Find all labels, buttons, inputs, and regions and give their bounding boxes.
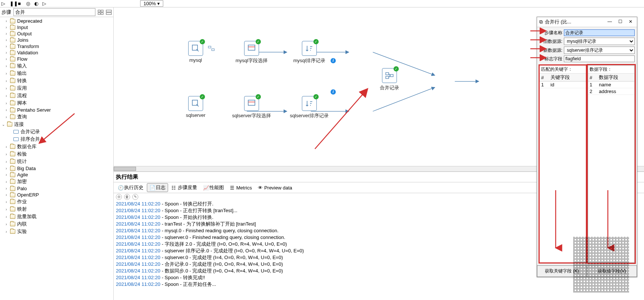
tab-metrics2[interactable]: ☰Metrics	[227, 183, 255, 192]
tree-item[interactable]: ›Agile	[0, 172, 113, 178]
folder-icon	[10, 25, 15, 30]
tree-item[interactable]: ›Pentaho Server	[0, 107, 113, 113]
folder-icon	[10, 64, 15, 68]
tree-item[interactable]: ›Input	[0, 24, 113, 31]
data-fields-table[interactable]: 数据字段： #数据字段 1name 2address	[588, 65, 635, 263]
tree-item[interactable]: ⌄连接	[0, 121, 113, 128]
tree-item[interactable]: ›流程	[0, 92, 113, 99]
log-settings-icon[interactable]: ✎	[132, 194, 138, 200]
tree-item[interactable]: ›Joins	[0, 37, 113, 43]
search-input[interactable]	[13, 8, 95, 16]
minimize-button[interactable]: —	[606, 19, 614, 25]
node-mysql-sort[interactable]: ✓ mysql排序记录	[287, 41, 332, 64]
svg-rect-5	[106, 13, 111, 15]
tree-item[interactable]: ›检验	[0, 150, 113, 158]
folder-icon	[10, 108, 15, 112]
folder-icon	[10, 186, 15, 191]
tree-item[interactable]: ›Deprecated	[0, 18, 113, 24]
step-tree[interactable]: ›Deprecated›Input›Output›Joins›Transform…	[0, 17, 113, 300]
folder-icon	[10, 214, 15, 219]
tree-item[interactable]: ›Transform	[0, 43, 113, 50]
tree-item[interactable]: ›内联	[0, 220, 113, 228]
svg-rect-4	[106, 10, 111, 12]
tree-item[interactable]: 排序合并	[0, 135, 113, 143]
tree-item[interactable]: ›实验	[0, 228, 113, 235]
tree-item[interactable]: ›应用	[0, 84, 113, 92]
folder-icon	[10, 93, 15, 98]
tree-item[interactable]: ›数据仓库	[0, 143, 113, 150]
step-name-input[interactable]	[564, 29, 635, 36]
flag-field-input[interactable]	[564, 55, 635, 62]
tree-item[interactable]: ›映射	[0, 205, 113, 213]
node-merge[interactable]: ✓ 合并记录	[367, 68, 412, 91]
tree-item[interactable]: ›OpenERP	[0, 192, 113, 198]
step-icon	[13, 130, 19, 134]
svg-rect-1	[101, 10, 103, 12]
toolbar-icon[interactable]: ▷	[1, 1, 7, 7]
zoom-select[interactable]: 100%▾	[140, 0, 163, 7]
tree-item[interactable]: ›Big Data	[0, 165, 113, 172]
node-sql-select[interactable]: ✓ sqlserver字段选择	[229, 96, 274, 119]
tree-item[interactable]: ›脚本	[0, 99, 113, 107]
tree-item[interactable]: ›批量加载	[0, 213, 113, 220]
old-source-select[interactable]: mysql排序记录	[564, 38, 635, 45]
toolbar-icon[interactable]: ◎	[26, 1, 32, 7]
close-button[interactable]: ✕	[626, 19, 635, 25]
new-source-select[interactable]: sqlserver排序记录	[564, 47, 635, 54]
tree-item[interactable]: ›输出	[0, 70, 113, 77]
folder-icon	[7, 122, 12, 127]
tab-metrics[interactable]: ☷步骤度量	[169, 183, 200, 192]
tab-perf[interactable]: 📈性能图	[201, 183, 227, 192]
table-row: 1name	[588, 82, 634, 88]
tree-item[interactable]: ›加密	[0, 178, 113, 185]
tree-item[interactable]: ›查询	[0, 113, 113, 121]
steps-label: 步骤	[1, 9, 11, 16]
node-sql-sort[interactable]: ✓ sqlserver排序记录	[287, 96, 332, 119]
svg-rect-16	[248, 45, 255, 50]
toolbar-icon[interactable]: ◐	[34, 1, 40, 7]
folder-icon	[10, 57, 15, 61]
folder-icon	[10, 71, 15, 76]
svg-rect-23	[390, 74, 393, 77]
folder-icon	[10, 79, 15, 83]
tab-history[interactable]: 🕘执行历史	[115, 183, 146, 192]
table-row: 1id	[540, 82, 586, 88]
tree-collapse-icon[interactable]	[106, 10, 112, 15]
tab-log[interactable]: 📄日志	[147, 183, 168, 192]
toolbar-icon[interactable]: ❚❚	[10, 1, 16, 7]
table-row: 2address	[588, 88, 634, 95]
folder-icon	[10, 159, 15, 164]
tree-item[interactable]: ›Palo	[0, 185, 113, 192]
node-mysql-select[interactable]: ✓ mysql字段选择	[229, 41, 274, 64]
toolbar-icon[interactable]: ■	[18, 1, 24, 7]
folder-icon	[10, 179, 15, 184]
tree-item[interactable]: 合并记录	[0, 128, 113, 135]
folder-icon	[10, 200, 15, 204]
tab-preview[interactable]: 👁Preview data	[255, 183, 295, 192]
tree-item[interactable]: ›Flow	[0, 56, 113, 62]
maximize-button[interactable]: ☐	[616, 19, 624, 25]
toolbar-icon[interactable]: ▷	[42, 1, 48, 7]
folder-icon	[10, 38, 15, 42]
node-sqlserver[interactable]: ✓ sqlserver	[173, 96, 218, 118]
tree-item[interactable]: ›Validation	[0, 50, 113, 56]
folder-icon	[10, 193, 15, 197]
tree-item[interactable]: ›转换	[0, 77, 113, 84]
folder-icon	[10, 44, 15, 49]
log-delete-icon[interactable]: 🗑	[124, 194, 130, 200]
tree-item[interactable]: ›Output	[0, 31, 113, 37]
folder-icon	[10, 101, 15, 105]
key-fields-table[interactable]: 匹配的关键字： #关键字段 1id	[539, 65, 586, 263]
tree-expand-icon[interactable]	[98, 10, 104, 15]
tree-item[interactable]: ›统计	[0, 158, 113, 165]
folder-icon	[10, 229, 15, 234]
folder-icon	[10, 222, 15, 226]
folder-icon	[10, 166, 15, 171]
folder-icon	[10, 173, 15, 177]
svg-rect-0	[98, 10, 100, 12]
log-clear-icon[interactable]: ⊖	[116, 194, 122, 200]
folder-icon	[10, 86, 15, 90]
folder-icon	[10, 115, 15, 119]
tree-item[interactable]: ›输入	[0, 62, 113, 70]
tree-item[interactable]: ›作业	[0, 198, 113, 205]
